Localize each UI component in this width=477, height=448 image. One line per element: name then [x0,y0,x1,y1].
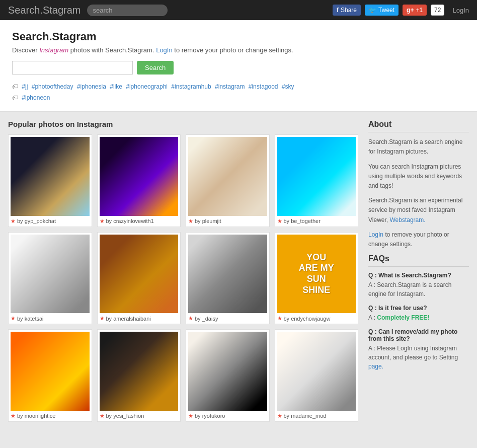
popular-title: Popular photos on Instagram [8,120,358,128]
photo-username: _daisy [202,316,218,322]
faq-a1: A : Search.Stagram is a search engine fo… [368,280,469,298]
header-search-input[interactable] [87,5,168,16]
tag-like[interactable]: #like [110,83,122,90]
hero-search-button[interactable]: Search [137,61,174,74]
star-icon: ★ [277,218,282,225]
faq-item-1: Q : What is Search.Stagram? A : Search.S… [368,272,469,298]
hero-tagline: Discover Instagram photos with Search.St… [12,46,465,54]
tagline-discover: Discover [12,46,38,54]
star-icon: ★ [11,413,16,419]
hero-search-row: Search [12,61,465,74]
googleplus-icon: g+ [407,7,414,14]
tagline-end: to remove your photo or change settings. [174,46,293,54]
credit-by: by [17,218,23,224]
credit-by: by [284,316,290,322]
faq-q2: Q : Is it free for use? [368,305,469,312]
photo-username: yesi_fashion [113,413,144,419]
hero-search-input[interactable] [12,61,133,74]
sidebar: About Search.Stagram is a search engine … [358,120,469,422]
tag-icon: 🏷 [12,83,18,90]
photo-thumbnail [188,137,267,216]
photo-item[interactable]: ★ by gyp_pokchat [8,134,92,227]
photo-item[interactable]: ★ by be_together [275,134,359,227]
sidebar-login-link[interactable]: LogIn [368,231,383,238]
header: Search.Stagram f Share 🐦 Tweet g+ +1 72 … [0,0,477,20]
photo-item[interactable]: ★ by moonlightice [8,329,92,422]
photo-username: be_together [291,218,321,224]
photo-thumbnail [277,137,356,216]
sunshine-text: YOUARE MYSUNSHINE [277,235,356,314]
photo-item[interactable]: ★ by yesi_fashion [97,329,181,422]
about-p1: Search.Stagram is a search engine for In… [368,137,469,157]
faq-a3: A : Please LogIn using Instagram account… [368,344,469,371]
about-p3: Search.Stagram is an experimental servic… [368,196,469,225]
star-icon: ★ [100,413,105,419]
tagline-instagram: Instagram [39,46,70,54]
credit-by: by [195,413,201,419]
photo-thumbnail [11,137,90,216]
hero-login-link[interactable]: LogIn [156,46,173,54]
main-section: Popular photos on Instagram ★ by gyp_pok… [0,112,477,430]
logo-bold: Search. [8,5,43,16]
photo-credit: ★ by moonlightice [11,413,90,419]
tag-iphoneon[interactable]: #iphoneon [22,94,50,101]
photo-thumbnail: YOUARE MYSUNSHINE [277,235,356,314]
photo-credit: ★ by ameralshaibani [100,315,179,322]
photo-item[interactable]: ★ by ameralshaibani [97,232,181,325]
photo-item[interactable]: YOUARE MYSUNSHINE ★ by endychowjaugw [275,232,359,325]
tag-instagramhub[interactable]: #instagramhub [171,83,211,90]
photo-credit: ★ by crazyinlovewith1 [100,218,179,225]
photo-item[interactable]: ★ by crazyinlovewith1 [97,134,181,227]
photo-credit: ★ by yesi_fashion [100,413,179,419]
photo-credit: ★ by pleumjit [188,218,267,225]
photo-username: endychowjaugw [291,316,330,322]
faq-q1: Q : What is Search.Stagram? [368,272,469,279]
faq-item-2: Q : Is it free for use? A : Completely F… [368,305,469,322]
about-login-p: LogIn to remove your photo or change set… [368,230,469,249]
photo-item[interactable]: ★ by madame_mod [275,329,359,422]
header-login-link[interactable]: LogIn [452,7,469,14]
credit-by: by [106,316,112,322]
credit-by: by [195,218,201,224]
googleplus-button[interactable]: g+ +1 [403,5,427,16]
site-logo: Search.Stagram [8,5,81,16]
photo-credit: ★ by gyp_pokchat [11,218,90,225]
twitter-tweet-button[interactable]: 🐦 Tweet [365,5,399,16]
tag-instagood[interactable]: #instagood [249,83,278,90]
photo-item[interactable]: ★ by _daisy [186,232,270,325]
facebook-icon: f [337,7,339,14]
tag-sky[interactable]: #sky [282,83,294,90]
credit-by: by [106,413,112,419]
tag-photooftheday[interactable]: #photooftheday [32,83,73,90]
photo-thumbnail [277,332,356,411]
webstagram-link[interactable]: Webstagram. [389,216,425,223]
setting-page-link[interactable]: page. [368,363,383,370]
twitter-icon: 🐦 [369,7,376,14]
tag-jj[interactable]: #jj [22,83,28,90]
tag-iphoneographi[interactable]: #iphoneographi [126,83,168,90]
photo-thumbnail [188,332,267,411]
photo-thumbnail [11,235,90,314]
about-p2: You can search Instagram pictures using … [368,162,469,191]
photo-thumbnail [188,235,267,314]
facebook-share-button[interactable]: f Share [333,5,361,16]
tag-instagram[interactable]: #instagram [215,83,245,90]
star-icon: ★ [188,218,193,225]
photo-item[interactable]: ★ by katetsai [8,232,92,325]
faq-q3: Q : Can I remove/add my photo from this … [368,328,469,342]
photo-item[interactable]: ★ by ryotukoro [186,329,270,422]
credit-by: by [195,316,201,322]
photo-credit: ★ by ryotukoro [188,413,267,419]
photo-item[interactable]: ★ by pleumjit [186,134,270,227]
credit-by: by [284,218,290,224]
star-icon: ★ [100,218,105,225]
tag-icon2: 🏷 [12,94,18,101]
credit-by: by [17,413,23,419]
star-icon: ★ [277,315,282,322]
faq-title: FAQs [368,254,469,267]
star-icon: ★ [11,315,16,322]
photo-username: moonlightice [25,413,56,419]
photo-credit: ★ by endychowjaugw [277,315,356,322]
photo-username: madame_mod [291,413,326,419]
tag-iphonesia[interactable]: #iphonesia [77,83,106,90]
